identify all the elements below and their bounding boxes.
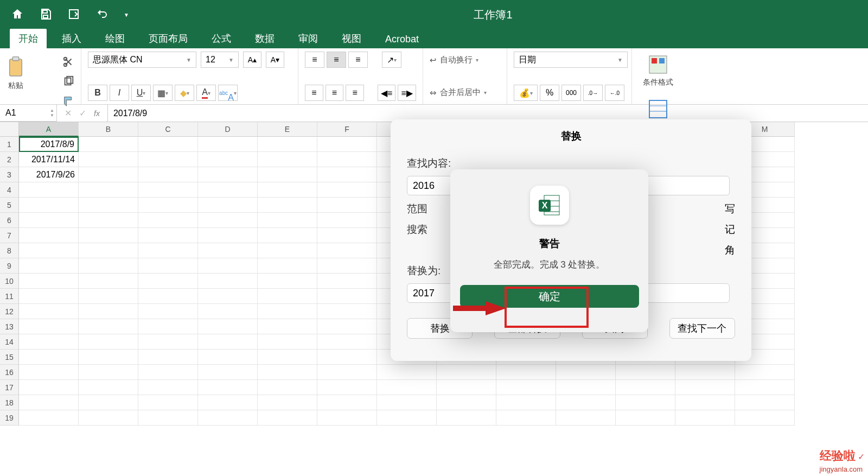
cell[interactable] — [258, 213, 317, 228]
cell[interactable] — [198, 289, 258, 304]
cell[interactable] — [79, 410, 138, 426]
cell[interactable] — [735, 365, 795, 380]
cell[interactable] — [79, 243, 138, 258]
cell[interactable] — [377, 410, 437, 426]
font-name-select[interactable]: 思源黑体 CN▼ — [88, 52, 196, 68]
cell[interactable] — [317, 243, 377, 258]
row-header[interactable]: 15 — [0, 350, 19, 365]
column-header[interactable]: F — [317, 122, 377, 137]
cell[interactable] — [556, 380, 616, 395]
tab-layout[interactable]: 页面布局 — [140, 29, 196, 48]
cell[interactable] — [138, 350, 198, 365]
cell[interactable] — [138, 243, 198, 258]
cell[interactable] — [616, 410, 675, 426]
comma-icon[interactable]: 000 — [561, 85, 581, 101]
cell[interactable] — [19, 365, 79, 380]
qat-dropdown-icon[interactable]: ▼ — [124, 12, 129, 18]
cell[interactable] — [138, 380, 198, 395]
cell[interactable] — [79, 350, 138, 365]
row-header[interactable]: 5 — [0, 198, 19, 213]
cell[interactable] — [198, 380, 258, 395]
cell[interactable] — [79, 213, 138, 228]
cell[interactable]: 2017/11/14 — [19, 152, 79, 167]
row-header[interactable]: 16 — [0, 365, 19, 380]
cell[interactable] — [496, 395, 556, 410]
cell[interactable] — [317, 304, 377, 319]
cell[interactable] — [79, 289, 138, 304]
column-header[interactable]: B — [79, 122, 138, 137]
cell[interactable] — [556, 365, 616, 380]
cell[interactable] — [79, 319, 138, 334]
cell[interactable] — [79, 198, 138, 213]
cell[interactable] — [79, 334, 138, 350]
cell[interactable] — [79, 395, 138, 410]
cell[interactable] — [437, 395, 496, 410]
border-button[interactable]: ▦ ▾ — [153, 85, 173, 101]
cell[interactable] — [735, 410, 795, 426]
decrease-indent-icon[interactable]: ◀≡ — [378, 85, 396, 101]
cell[interactable] — [317, 289, 377, 304]
conditional-format-button[interactable]: 条件格式 — [643, 54, 673, 87]
cell[interactable] — [138, 137, 198, 152]
cell[interactable] — [198, 258, 258, 274]
cell[interactable] — [19, 228, 79, 243]
cell[interactable] — [138, 213, 198, 228]
select-all-corner[interactable] — [0, 122, 19, 137]
cell[interactable] — [198, 198, 258, 213]
cell[interactable] — [19, 304, 79, 319]
cell[interactable] — [79, 380, 138, 395]
cell[interactable] — [616, 395, 675, 410]
cell[interactable] — [138, 334, 198, 350]
cell[interactable] — [496, 380, 556, 395]
align-left-icon[interactable]: ≡ — [305, 85, 323, 101]
cell[interactable] — [258, 289, 317, 304]
currency-icon[interactable]: 💰▾ — [514, 85, 538, 101]
cell[interactable] — [19, 319, 79, 334]
cell[interactable] — [138, 167, 198, 182]
column-header[interactable]: C — [138, 122, 198, 137]
cell[interactable] — [258, 395, 317, 410]
cell[interactable] — [198, 213, 258, 228]
column-header[interactable]: D — [198, 122, 258, 137]
cell[interactable] — [735, 380, 795, 395]
row-header[interactable]: 6 — [0, 213, 19, 228]
row-header[interactable]: 13 — [0, 319, 19, 334]
cell[interactable] — [258, 228, 317, 243]
cell[interactable] — [258, 182, 317, 198]
cell[interactable] — [198, 167, 258, 182]
cell[interactable] — [138, 304, 198, 319]
bold-button[interactable]: B — [88, 85, 107, 101]
row-header[interactable]: 18 — [0, 395, 19, 410]
cell[interactable] — [258, 319, 317, 334]
align-center-icon[interactable]: ≡ — [326, 85, 344, 101]
cell[interactable] — [19, 258, 79, 274]
cell[interactable] — [79, 182, 138, 198]
cell[interactable] — [198, 228, 258, 243]
cell[interactable] — [79, 304, 138, 319]
cell[interactable] — [437, 365, 496, 380]
phonetic-button[interactable]: abcA▾ — [218, 85, 238, 101]
decrease-font-icon[interactable]: A▾ — [266, 52, 284, 68]
underline-button[interactable]: U ▾ — [131, 85, 151, 101]
number-format-select[interactable]: 日期▼ — [514, 52, 628, 68]
cell[interactable] — [496, 410, 556, 426]
cell[interactable] — [138, 365, 198, 380]
row-header[interactable]: 4 — [0, 182, 19, 198]
row-header[interactable]: 9 — [0, 258, 19, 274]
cell[interactable] — [19, 395, 79, 410]
fx-icon[interactable]: fx — [94, 109, 100, 118]
cell[interactable] — [317, 137, 377, 152]
cell[interactable] — [19, 274, 79, 289]
cell[interactable] — [377, 395, 437, 410]
cell[interactable] — [616, 380, 675, 395]
cell[interactable] — [198, 137, 258, 152]
enter-formula-icon[interactable]: ✓ — [79, 108, 86, 118]
column-header[interactable]: E — [258, 122, 317, 137]
cell[interactable] — [258, 167, 317, 182]
cell[interactable] — [138, 198, 198, 213]
cancel-formula-icon[interactable]: ✕ — [65, 108, 72, 118]
cell[interactable] — [138, 258, 198, 274]
cell[interactable]: 2017/9/26 — [19, 167, 79, 182]
row-header[interactable]: 17 — [0, 380, 19, 395]
cell[interactable] — [19, 243, 79, 258]
